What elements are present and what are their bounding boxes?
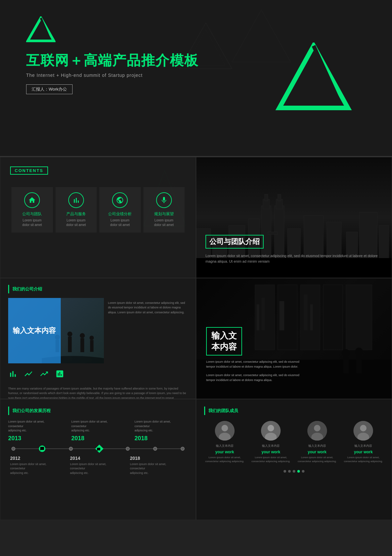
timeline-bottom-item-2: 2014 Lorem ipsum dolor sit amet,consecte… <box>68 456 128 476</box>
contents-item1-cn: 公司与团队 <box>15 211 50 217</box>
pdot-2[interactable] <box>288 470 291 473</box>
timeline-bottom-text-3: Lorem ipsum dolor sit amet,consecteturad… <box>130 462 186 476</box>
contents-label: CONTENTS <box>10 166 48 175</box>
contents-item3-en: Lorem ipsumdolor sit amet <box>103 218 138 227</box>
avatar-4 <box>353 421 373 441</box>
slide4-icon-chart <box>55 369 64 380</box>
timeline-line <box>11 448 185 449</box>
member1-text: Lorem ipsum dolor sit amet, consectetur … <box>204 456 245 463</box>
timeline-bottom-year-3: 2018 <box>130 456 186 461</box>
slide5-desc2: Lorem ipsum dolor sit amet, consectetur … <box>206 373 304 382</box>
svg-marker-15 <box>160 183 186 210</box>
timeline-dot-active-1 <box>39 445 45 452</box>
slide4-big-text: 输入文本内容 <box>13 326 56 336</box>
member1-desc: 输入文本内容 <box>204 444 245 448</box>
timeline-bottom-text-1: Lorem ipsum dolor sit amet,consecteturad… <box>10 462 66 476</box>
slide5-desc1: Lorem ipsum dolor sit amet, consectetur … <box>206 359 304 369</box>
avatar-3 <box>307 421 327 441</box>
slide4-image-area: 输入文本内容 <box>8 298 104 363</box>
slide1-hero: 互联网＋高端产品推介模板 The Internet + High-end sum… <box>0 0 392 157</box>
slide6-timeline: 我们公司的发展历程 Lorem ipsum dolor sit amet,con… <box>0 399 196 520</box>
svg-point-68 <box>360 425 367 431</box>
slide6-section-title: 我们公司的发展历程 <box>8 407 188 415</box>
timeline-dots-row <box>11 447 185 453</box>
contents-item-3: 公司业绩分析 Lorem ipsumdolor sit amet <box>99 187 141 233</box>
timeline-top-item-2: Lorem ipsum dolor sit amet,consecteturad… <box>71 420 124 442</box>
team-member-1: 输入文本内容 your work Lorem ipsum dolor sit a… <box>204 421 245 463</box>
slide3-company-intro: 公司与团队介绍 Lorem ipsum dolor sit amet, cons… <box>196 157 392 278</box>
timeline-dot-5 <box>181 447 185 451</box>
slide3-description: Lorem ipsum dolor sit amet, consectetur … <box>205 253 383 265</box>
member2-desc: 输入文本内容 <box>251 444 292 448</box>
penrose-triangle-small <box>26 16 56 44</box>
slide7-section-title: 我们的团队成员 <box>204 407 384 415</box>
timeline-top-text-2: Lorem ipsum dolor sit amet,consecteturad… <box>71 420 124 433</box>
svg-point-59 <box>221 425 228 431</box>
contents-item-2: 产品与服务 Lorem ipsumdolor sit amet <box>56 187 97 233</box>
slide1-subtitle: The Internet + High-end summit of Startu… <box>26 73 199 78</box>
timeline-line-container <box>11 448 185 449</box>
contents-item1-en: Lorem ipsumdolor sit amet <box>15 218 50 227</box>
member3-text: Lorem ipsum dolor sit amet, consectetur … <box>297 456 338 463</box>
avatar-person-3-svg <box>307 421 327 441</box>
slide4-icon-bar1 <box>8 369 17 380</box>
member3-desc: 输入文本内容 <box>297 444 338 448</box>
timeline-bottom-text-2: Lorem ipsum dolor sit amet,consecteturad… <box>70 462 126 476</box>
pdot-5[interactable] <box>302 470 304 473</box>
slide1-text-content: 互联网＋高端产品推介模板 The Internet + High-end sum… <box>26 52 199 94</box>
slide4-bottom-text: There are many variations of passages of… <box>8 386 188 399</box>
member4-desc: 输入文本内容 <box>343 444 384 448</box>
timeline-dot-4 <box>153 447 157 451</box>
slide4-company-detail: 我们的公司介绍 <box>0 278 196 399</box>
avatar-person-1-svg <box>215 421 235 441</box>
team-member-4: 输入文本内容 your work Lorem ipsum dolor sit a… <box>343 421 384 463</box>
avatar-person-4-svg <box>353 421 373 441</box>
contents-item2-en: Lorem ipsumdolor sit amet <box>59 218 94 227</box>
contents-icon-home <box>24 192 40 208</box>
pagination-dots <box>204 470 384 473</box>
pdot-1[interactable] <box>284 470 286 473</box>
avatar-1 <box>215 421 235 441</box>
timeline-top-row: Lorem ipsum dolor sit amet,consecteturad… <box>8 420 188 442</box>
slide5-dark-photo: 输入文本内容 Lorem ipsum dolor sit amet, conse… <box>196 278 392 399</box>
timeline-top-year-3: 2018 <box>135 435 188 442</box>
avatar-person-2-svg <box>261 421 281 441</box>
slide4-right-text: Lorem ipsum dolor sit amet, consectetur … <box>108 298 188 363</box>
team-member-2: 输入文本内容 your work Lorem ipsum dolor sit a… <box>251 421 292 463</box>
timeline-top-year-1: 2013 <box>8 435 61 442</box>
member1-role: your work <box>204 450 245 454</box>
svg-rect-21 <box>278 194 281 201</box>
team-member-3: 输入文本内容 your work Lorem ipsum dolor sit a… <box>297 421 338 463</box>
slide1-reporter-label: 汇报人：Work办公 <box>26 84 73 94</box>
svg-point-41 <box>90 336 94 340</box>
member2-text: Lorem ipsum dolor sit amet, consectetur … <box>251 456 292 463</box>
svg-point-37 <box>67 332 72 337</box>
slide5-content: 输入文本内容 Lorem ipsum dolor sit amet, conse… <box>206 327 304 382</box>
timeline-dot-1 <box>11 447 15 451</box>
svg-point-39 <box>80 333 85 338</box>
slide3-title: 公司与团队介绍 <box>205 235 264 249</box>
slide4-icon-bar2 <box>24 369 33 380</box>
slide2-contents: CONTENTS 公司与团队 Lorem ipsumdolor sit amet… <box>0 157 196 278</box>
timeline-top-text-1: Lorem ipsum dolor sit amet,consecteturad… <box>8 420 61 433</box>
timeline-dot-2 <box>69 447 73 451</box>
slide2-triangle-bg <box>140 167 189 234</box>
contents-icon-bar <box>68 192 84 208</box>
svg-marker-13 <box>143 170 186 226</box>
slide4-blue-overlay: 输入文本内容 <box>8 298 61 363</box>
pdot-4-active[interactable] <box>297 470 300 473</box>
slide3-text-overlay: 公司与团队介绍 Lorem ipsum dolor sit amet, cons… <box>205 235 383 265</box>
timeline-top-text-3: Lorem ipsum dolor sit amet,consecteturad… <box>135 420 188 433</box>
slide1-main-title: 互联网＋高端产品推介模板 <box>26 52 199 69</box>
team-members-row: 输入文本内容 your work Lorem ipsum dolor sit a… <box>204 421 384 463</box>
slide4-section-title: 我们的公司介绍 <box>8 285 188 293</box>
timeline-dot-3 <box>126 447 130 451</box>
pdot-3[interactable] <box>293 470 295 473</box>
contents-icon-globe <box>112 192 128 208</box>
svg-rect-18 <box>265 194 268 201</box>
timeline-bottom-row: 2012 Lorem ipsum dolor sit amet,consecte… <box>8 456 188 476</box>
svg-rect-22 <box>268 232 278 235</box>
member4-role: your work <box>343 450 384 454</box>
timeline-top-item-1: Lorem ipsum dolor sit amet,consecteturad… <box>8 420 61 442</box>
slide4-icons-row <box>8 367 188 383</box>
